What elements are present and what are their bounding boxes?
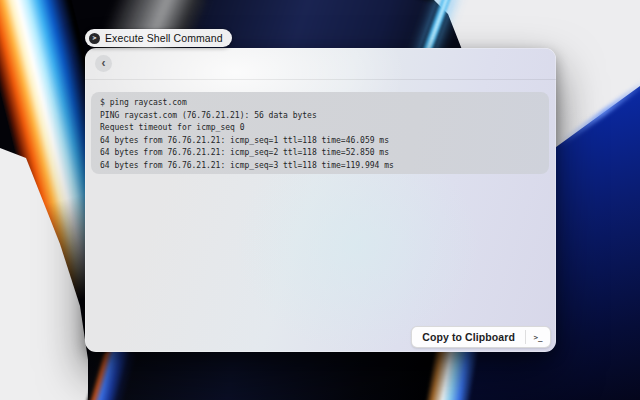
desktop: > Execute Shell Command ‹ $ ping raycast… — [0, 0, 640, 400]
wallpaper-blue-edge-glow — [557, 78, 640, 148]
wallpaper-bottom-arc — [84, 344, 137, 400]
shell-command-icon: > — [89, 33, 100, 44]
terminal-line: 64 bytes from 76.76.21.21: icmp_seq=2 tt… — [100, 147, 540, 160]
raycast-window: ‹ $ ping raycast.com PING raycast.com (7… — [85, 48, 556, 352]
window-header: ‹ — [85, 48, 556, 80]
terminal-line: 64 bytes from 76.76.21.21: icmp_seq=1 tt… — [100, 135, 540, 148]
window-footer: Copy to Clipboard >_ — [411, 326, 551, 348]
shell-command-icon-glyph: > — [92, 35, 96, 42]
copy-to-clipboard-button[interactable]: Copy to Clipboard >_ — [411, 326, 551, 348]
terminal-line: 64 bytes from 76.76.21.21: icmp_seq=3 tt… — [100, 160, 540, 173]
command-title-badge: > Execute Shell Command — [85, 29, 232, 47]
copy-to-clipboard-label: Copy to Clipboard — [412, 327, 525, 347]
terminal-prompt-icon: >_ — [526, 327, 550, 347]
terminal-output: $ ping raycast.com PING raycast.com (76.… — [91, 92, 549, 174]
command-title-label: Execute Shell Command — [105, 32, 223, 44]
terminal-line: PING raycast.com (76.76.21.21): 56 data … — [100, 110, 540, 123]
wallpaper-bottom-dark — [88, 348, 450, 400]
back-chevron-icon: ‹ — [102, 57, 106, 69]
terminal-line: $ ping raycast.com — [100, 97, 540, 110]
terminal-line: Request timeout for icmp_seq 0 — [100, 122, 540, 135]
back-button[interactable]: ‹ — [95, 55, 112, 72]
